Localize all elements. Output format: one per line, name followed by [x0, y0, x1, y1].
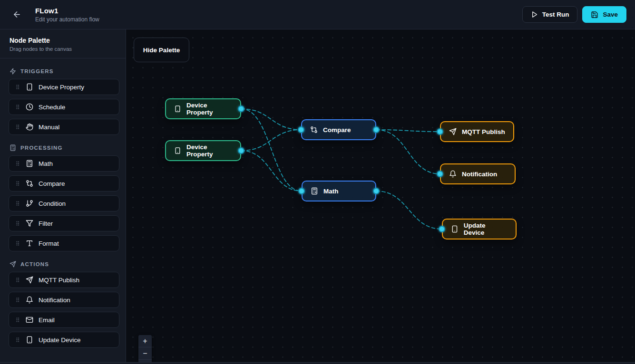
- smartphone-icon: [26, 336, 33, 344]
- zoom-out-button[interactable]: −: [138, 347, 152, 360]
- palette-item-label: Email: [39, 316, 55, 324]
- save-button[interactable]: Save: [582, 6, 626, 23]
- section-label: PROCESSING: [20, 145, 63, 151]
- flow-edges: [126, 29, 635, 364]
- grip-vertical-icon: [15, 200, 20, 207]
- calculator-icon: [10, 144, 16, 151]
- input-handle[interactable]: [437, 128, 443, 135]
- palette-item-device-property[interactable]: Device Property: [9, 79, 119, 95]
- node-device-property-2[interactable]: Device Property: [165, 140, 241, 161]
- palette-subtitle: Drag nodes to the canvas: [10, 46, 116, 52]
- node-label: Compare: [323, 126, 351, 134]
- node-label: Notification: [462, 171, 497, 178]
- node-device-property-1[interactable]: Device Property: [165, 98, 241, 119]
- top-bar: FLow1 Edit your automation flow Test Run…: [0, 0, 635, 29]
- input-handle[interactable]: [298, 126, 304, 133]
- edge-dp1-math: [241, 109, 302, 191]
- output-handle[interactable]: [238, 147, 244, 154]
- node-math-1[interactable]: Math: [302, 181, 376, 201]
- node-mqtt-publish-1[interactable]: MQTT Publish: [440, 121, 514, 142]
- section-header-processing: PROCESSING: [0, 139, 126, 155]
- edge-compare-mqtt: [376, 130, 440, 132]
- palette-item-label: Compare: [39, 180, 65, 187]
- section-header-triggers: TRIGGERS: [0, 62, 126, 79]
- palette-item-manual[interactable]: Manual: [9, 119, 119, 135]
- palette-item-mqtt-publish[interactable]: MQTT Publish: [9, 272, 119, 288]
- palette-item-label: Schedule: [39, 104, 65, 111]
- canvas-controls: + −: [138, 335, 152, 364]
- page-subtitle: Edit your automation flow: [35, 16, 99, 23]
- flow-canvas[interactable]: Hide Palette Device Property Device Prop…: [126, 29, 635, 364]
- smartphone-icon: [174, 147, 181, 154]
- edge-dp1-compare: [241, 109, 301, 130]
- smartphone-icon: [451, 225, 459, 233]
- grip-vertical-icon: [15, 297, 20, 303]
- smartphone-icon: [174, 105, 181, 113]
- palette-item-notification[interactable]: Notification: [9, 292, 119, 308]
- zap-icon: [10, 68, 16, 75]
- palette-item-email[interactable]: Email: [9, 312, 119, 328]
- node-label: MQTT Publish: [462, 128, 505, 135]
- git-branch-icon: [26, 200, 33, 207]
- grip-vertical-icon: [15, 160, 20, 167]
- edge-compare-notification: [376, 130, 440, 174]
- bell-icon: [26, 296, 33, 304]
- palette-body: TRIGGERS Device Property Schedule Manual…: [0, 58, 126, 352]
- test-run-button[interactable]: Test Run: [522, 6, 578, 23]
- palette-title: Node Palette: [10, 37, 116, 44]
- palette-item-filter[interactable]: Filter: [9, 215, 119, 231]
- test-run-label: Test Run: [542, 11, 569, 18]
- palette-item-label: MQTT Publish: [39, 277, 79, 284]
- palette-item-label: Update Device: [39, 336, 81, 344]
- flow-title-block: FLow1 Edit your automation flow: [35, 7, 99, 23]
- page-title: FLow1: [35, 7, 99, 15]
- edge-math-update-device: [376, 191, 442, 229]
- arrow-left-icon: [12, 10, 21, 19]
- smartphone-icon: [26, 83, 33, 91]
- input-handle[interactable]: [437, 171, 443, 177]
- palette-item-compare[interactable]: Compare: [9, 175, 119, 192]
- section-label: TRIGGERS: [20, 68, 54, 74]
- node-compare-1[interactable]: Compare: [301, 119, 376, 140]
- window-bottom-edge: [0, 362, 635, 364]
- input-handle[interactable]: [439, 226, 445, 232]
- palette-item-update-device[interactable]: Update Device: [9, 332, 119, 348]
- grip-vertical-icon: [15, 336, 20, 343]
- node-notification-1[interactable]: Notification: [440, 163, 516, 184]
- send-icon: [10, 261, 16, 268]
- palette-item-math[interactable]: Math: [9, 155, 119, 172]
- bell-icon: [449, 170, 457, 178]
- node-label: Math: [323, 188, 339, 195]
- grip-vertical-icon: [15, 180, 20, 187]
- palette-header: Node Palette Drag nodes to the canvas: [0, 29, 126, 58]
- output-handle[interactable]: [373, 126, 380, 133]
- calculator-icon: [26, 160, 33, 167]
- output-handle[interactable]: [238, 105, 244, 112]
- grip-vertical-icon: [15, 124, 20, 130]
- node-update-device-1[interactable]: Update Device: [442, 219, 517, 239]
- git-compare-icon: [310, 126, 318, 134]
- zoom-in-button[interactable]: +: [138, 335, 152, 347]
- palette-item-label: Device Property: [39, 84, 84, 91]
- back-button[interactable]: [9, 7, 25, 23]
- send-icon: [449, 128, 457, 135]
- clock-icon: [26, 103, 33, 111]
- grip-vertical-icon: [15, 316, 20, 323]
- type-icon: [26, 239, 33, 247]
- node-label: Update Device: [464, 222, 508, 236]
- git-compare-icon: [26, 180, 33, 187]
- input-handle[interactable]: [298, 188, 305, 194]
- output-handle[interactable]: [373, 188, 380, 194]
- save-icon: [591, 11, 598, 19]
- save-label: Save: [603, 11, 618, 18]
- palette-item-label: Manual: [39, 124, 59, 131]
- grip-vertical-icon: [15, 240, 20, 247]
- palette-item-format[interactable]: Format: [9, 235, 119, 251]
- grip-vertical-icon: [15, 84, 20, 90]
- palette-item-condition[interactable]: Condition: [9, 195, 119, 211]
- node-label: Device Property: [186, 102, 232, 116]
- calculator-icon: [311, 187, 318, 195]
- palette-item-schedule[interactable]: Schedule: [9, 99, 119, 115]
- hide-palette-button[interactable]: Hide Palette: [134, 38, 189, 62]
- palette-item-label: Condition: [39, 200, 66, 207]
